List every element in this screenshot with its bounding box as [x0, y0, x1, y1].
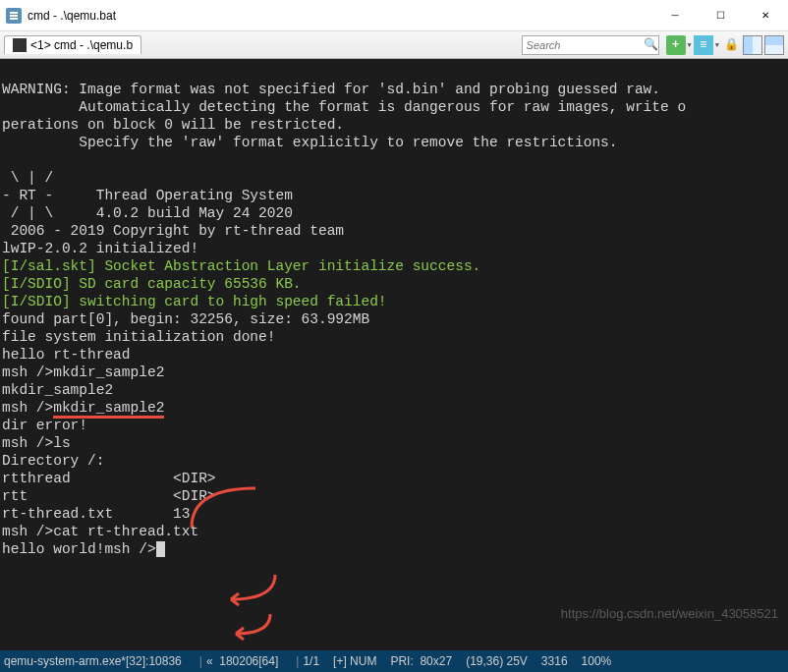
terminal-icon: [13, 38, 27, 52]
status-priority: PRI: 80x27: [390, 654, 452, 668]
search-input[interactable]: [522, 35, 659, 55]
tab-label: <1> cmd - .\qemu.b: [30, 38, 133, 52]
split-vertical-button[interactable]: [743, 35, 762, 55]
output-line: / | \ 4.0.2 build May 24 2020: [2, 205, 293, 221]
toolbar: <1> cmd - .\qemu.b 🔍 + ▼ ≡ ▼ 🔒: [0, 31, 788, 59]
output-line: msh />cat rt-thread.txt: [2, 524, 198, 539]
output-line: perations on block 0 will be restricted.: [2, 117, 344, 133]
watermark: https://blog.csdn.net/weixin_43058521: [561, 605, 778, 623]
terminal-output[interactable]: WARNING: Image format was not specified …: [0, 59, 788, 650]
output-line: [I/SDIO] switching card to high speed fa…: [2, 294, 387, 309]
output-line: dir error!: [2, 418, 87, 433]
output-line: 2006 - 2019 Copyright by rt-thread team: [2, 223, 344, 239]
output-line: msh />ls: [2, 435, 71, 451]
minimize-button[interactable]: ─: [652, 0, 698, 31]
output-line: - RT - Thread Operating System: [2, 188, 293, 203]
window-title: cmd - .\qemu.bat: [28, 9, 652, 23]
output-line: hello rt-thread: [2, 347, 131, 363]
split-horizontal-button[interactable]: [764, 35, 784, 55]
output-line: found part[0], begin: 32256, size: 63.99…: [2, 311, 369, 327]
app-icon: [6, 8, 22, 24]
status-process: qemu-system-arm.exe*[32]:10836: [4, 654, 182, 668]
highlighted-command: mkdir_sample2: [53, 400, 164, 419]
maximize-button[interactable]: ☐: [698, 0, 743, 31]
output-line: rtt <DIR>: [2, 488, 216, 504]
menu-dropdown-icon[interactable]: ▼: [715, 41, 719, 49]
output-line: Automatically detecting the format is da…: [2, 99, 686, 115]
add-dropdown-icon[interactable]: ▼: [688, 41, 692, 49]
output-line: file system initialization done!: [2, 329, 275, 345]
close-button[interactable]: ✕: [743, 0, 788, 31]
output-line: lwIP-2.0.2 initialized!: [2, 241, 198, 256]
output-line: Specify the 'raw' format explicitly to r…: [2, 135, 618, 150]
status-zoom: 100%: [582, 654, 612, 668]
search-icon[interactable]: 🔍: [644, 37, 658, 52]
menu-button[interactable]: ≡: [694, 35, 713, 55]
output-line: hello world!msh />: [2, 541, 165, 557]
status-coord: (19,36) 25V: [466, 654, 528, 668]
lock-icon[interactable]: 🔒: [721, 35, 741, 55]
output-line: [I/SDIO] SD card capacity 65536 KB.: [2, 276, 302, 292]
output-line: WARNING: Image format was not specified …: [2, 82, 660, 97]
annotation-arrow-2: [226, 570, 285, 609]
status-mem: 3316: [541, 654, 568, 668]
status-position: 1/1: [303, 654, 319, 668]
output-line: rt-thread.txt 13: [2, 506, 190, 522]
tab-active[interactable]: <1> cmd - .\qemu.b: [4, 35, 141, 54]
window-titlebar: cmd - .\qemu.bat ─ ☐ ✕: [0, 0, 788, 31]
statusbar: qemu-system-arm.exe*[32]:10836 | « 18020…: [0, 650, 788, 672]
output-line: rtthread <DIR>: [2, 471, 216, 486]
status-insert: [+] NUM: [333, 654, 376, 668]
add-tab-button[interactable]: +: [666, 35, 686, 55]
output-line: [I/sal.skt] Socket Abstraction Layer ini…: [2, 258, 480, 274]
output-line: mkdir_sample2: [2, 382, 113, 398]
output-line: msh />mkdir_sample2: [2, 400, 164, 419]
output-line: Directory /:: [2, 453, 104, 469]
annotation-arrow-3: [231, 609, 280, 644]
output-line: msh />mkdir_sample2: [2, 364, 164, 380]
status-encoding: « 180206[64]: [206, 654, 278, 668]
output-line: \ | /: [2, 170, 53, 186]
cursor: [156, 541, 165, 557]
